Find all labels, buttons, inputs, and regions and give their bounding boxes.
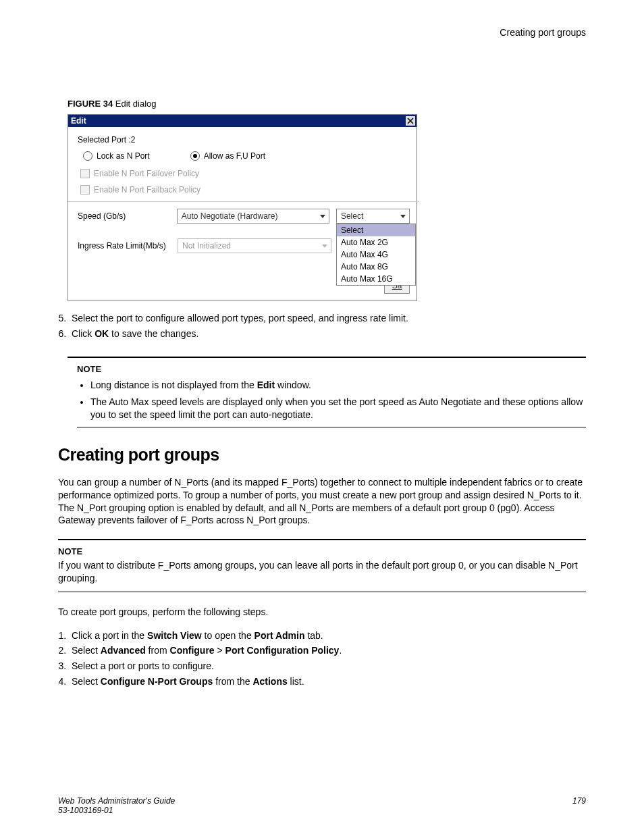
paragraph: To create port groups, perform the follo…	[58, 606, 586, 619]
dialog-title: Edit	[71, 116, 86, 126]
text: to save the changes.	[109, 328, 198, 339]
figure-caption-text: Edit dialog	[115, 99, 157, 109]
combo-value: Auto Negotiate (Hardware)	[182, 211, 278, 221]
checkbox-failover-policy[interactable]: Enable N Port Failover Policy	[80, 169, 410, 178]
paragraph: You can group a number of N_Ports (and i…	[58, 476, 586, 527]
footer-doc-title: Web Tools Administrator's Guide	[58, 796, 175, 806]
step-3: Select a port or ports to configure.	[69, 660, 586, 673]
dropdown-option[interactable]: Auto Max 2G	[337, 236, 415, 249]
page-number: 179	[572, 796, 586, 815]
radio-lock-n-port[interactable]: Lock as N Port	[83, 151, 150, 161]
footer-left: Web Tools Administrator's Guide 53-10031…	[58, 796, 175, 815]
dropdown-option[interactable]: Auto Max 8G	[337, 261, 415, 273]
radio-allow-fu-port[interactable]: Allow as F,U Port	[190, 151, 265, 161]
automax-dropdown: Select Auto Max 2G Auto Max 4G Auto Max …	[336, 224, 416, 286]
text: tab.	[305, 630, 323, 641]
dropdown-option[interactable]: Auto Max 16G	[337, 273, 415, 285]
text: Select	[72, 645, 101, 656]
text: Select	[72, 676, 101, 687]
dialog-titlebar[interactable]: Edit	[68, 115, 417, 127]
checkbox-icon	[80, 169, 90, 178]
edit-dialog: Edit Selected Port :2 Lock as N Port All…	[68, 114, 417, 301]
caret-down-icon	[319, 213, 326, 219]
figure-caption: FIGURE 34 Edit dialog	[68, 99, 586, 109]
step-5: Select the port to configure allowed por…	[69, 312, 586, 325]
checkbox-label: Enable N Port Failback Policy	[94, 185, 200, 194]
speed-combo[interactable]: Auto Negotiate (Hardware)	[177, 209, 329, 224]
text: .	[339, 645, 342, 656]
automax-select[interactable]: Select	[336, 209, 410, 224]
text: from the	[213, 676, 252, 687]
text-bold: OK	[95, 328, 109, 339]
note-heading: NOTE	[77, 363, 586, 375]
note-bullet: The Auto Max speed levels are displayed …	[90, 396, 586, 421]
step-1: Click a port in the Switch View to open …	[69, 629, 586, 642]
combo-value: Select	[341, 211, 363, 221]
text-bold: Actions	[252, 676, 287, 687]
radio-icon	[190, 151, 200, 161]
note-bullet: Long distance is not displayed from the …	[90, 379, 586, 392]
paragraph: If you want to distribute F_Ports among …	[58, 559, 586, 585]
running-header: Creating port groups	[58, 27, 586, 38]
text-bold: Port Admin	[254, 630, 305, 641]
ingress-combo[interactable]: Not Initialized	[178, 238, 331, 253]
text: to open the	[202, 630, 254, 641]
text-bold: Switch View	[147, 630, 202, 641]
text-bold: Port Configuration Policy	[225, 645, 340, 656]
text: Click a port in the	[72, 630, 147, 641]
ingress-label: Ingress Rate Limit(Mb/s)	[78, 241, 178, 251]
dropdown-option[interactable]: Select	[337, 224, 415, 236]
speed-label: Speed (Gb/s)	[78, 211, 177, 221]
radio-icon	[83, 151, 92, 161]
note-heading: NOTE	[58, 546, 586, 558]
selected-port-label: Selected Port :2	[78, 135, 410, 145]
text: window.	[275, 380, 311, 390]
footer-doc-number: 53-1003169-01	[58, 806, 175, 815]
checkbox-label: Enable N Port Failover Policy	[94, 169, 199, 178]
text-bold: Advanced	[101, 645, 146, 656]
checkbox-failback-policy[interactable]: Enable N Port Failback Policy	[80, 185, 410, 194]
step-2: Select Advanced from Configure > Port Co…	[69, 644, 586, 657]
step-6: Click OK to save the changes.	[69, 328, 586, 340]
text-bold: Configure N-Port Groups	[101, 676, 213, 687]
combo-value: Not Initialized	[182, 241, 231, 251]
step-4: Select Configure N-Port Groups from the …	[69, 675, 586, 688]
close-button[interactable]	[406, 116, 415, 126]
checkbox-icon	[80, 185, 90, 194]
caret-down-icon	[321, 242, 328, 249]
figure-label: FIGURE 34	[68, 99, 113, 109]
text: from	[146, 645, 170, 656]
radio-label: Lock as N Port	[97, 151, 150, 161]
text: Click	[72, 328, 95, 339]
dropdown-option[interactable]: Auto Max 4G	[337, 249, 415, 261]
text-bold: Configure	[170, 645, 215, 656]
text-bold: Edit	[257, 380, 275, 390]
close-icon	[407, 118, 414, 124]
text: list.	[288, 676, 304, 687]
text: Long distance is not displayed from the	[90, 380, 257, 390]
text: >	[215, 645, 225, 656]
caret-down-icon	[400, 213, 406, 219]
section-heading: Creating port groups	[58, 444, 586, 467]
radio-label: Allow as F,U Port	[204, 151, 265, 161]
